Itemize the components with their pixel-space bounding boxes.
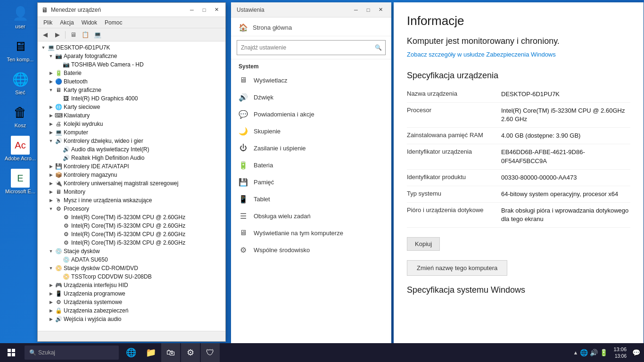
tree-item-cpu4[interactable]: ⚙ Intel(R) Core(TM) i5-3230M CPU @ 2.60G… (38, 239, 225, 247)
menu-akcja[interactable]: Akcja (56, 18, 77, 27)
tree-item-software-devices[interactable]: ▶ 📱 Urządzenia programowe (38, 289, 225, 298)
settings-nav-multitask[interactable]: ☰ Obsługa wielu zadań (231, 207, 391, 224)
tree-item-cameras[interactable]: ▼ 📷 Aparaty fotograficzne (38, 52, 225, 60)
sound-icon: 🔊 (55, 137, 62, 145)
settings-nav-shared[interactable]: ⚙ Wspólne środowisko (231, 241, 391, 258)
tree-item-audio-intel[interactable]: 🔊 Audio dla wyświetlaczy Intel(R) (38, 145, 225, 154)
tree-item-keyboards[interactable]: ▶ ⌨ Klawiatury (38, 111, 225, 120)
tree-item-audio-io[interactable]: ▶ 🔊 Wejścia i wyjścia audio (38, 315, 225, 323)
settings-nav-storage[interactable]: 💾 Pamięć (231, 173, 391, 190)
tree-item-adata[interactable]: 💿 ADATA SU650 (38, 255, 225, 264)
expander-sound: ▼ (47, 139, 55, 143)
settings-display-label: Wyświetlacz (254, 77, 287, 84)
desktop-icon-excel[interactable]: E Microsoft E... (4, 169, 37, 194)
tree-item-ide[interactable]: ▶ 💾 Kontrolery IDE ATA/ATAPI (38, 162, 225, 171)
tree-item-network-adapters[interactable]: ▶ 🌐 Karty sieciowe (38, 103, 225, 111)
taskbar-store-icon[interactable]: 🛍 (161, 343, 180, 362)
forward-button[interactable]: ▶ (52, 30, 63, 40)
taskbar-search-box[interactable]: 🔍 Szukaj (25, 346, 119, 360)
tree-item-intel-hd[interactable]: 🖼 Intel(R) HD Graphics 4000 (38, 94, 225, 103)
systray-network-icon[interactable]: 🌐 (580, 349, 588, 356)
settings-nav-sound[interactable]: 🔊 Dźwięk (231, 89, 391, 106)
shared-icon: ⚙ (239, 245, 248, 255)
settings-minimize[interactable]: ─ (351, 5, 361, 15)
tree-item-monitors[interactable]: ▶ 🖥 Monitory (38, 188, 225, 196)
tree-item-cpu3[interactable]: ⚙ Intel(R) Core(TM) i5-3230M CPU @ 2.60G… (38, 230, 225, 239)
settings-search-input[interactable] (237, 40, 386, 55)
desktop-icon-user[interactable]: 👤 user (4, 4, 37, 29)
menu-plik[interactable]: Plik (40, 18, 56, 27)
tree-item-cpu1[interactable]: ⚙ Intel(R) Core(TM) i5-3230M CPU @ 2.60G… (38, 213, 225, 222)
minimize-button[interactable]: ─ (187, 5, 197, 15)
settings-nav-tablet[interactable]: 📱 Tablet (231, 190, 391, 207)
tree-item-graphics[interactable]: ▼ 🖥 Karty graficzne (38, 86, 225, 94)
tree-item-tsst[interactable]: 📀 TSSTcorp CDDVDW SU-208DB (38, 272, 225, 281)
taskbar-edge-icon[interactable]: 🌐 (122, 343, 140, 362)
taskbar-time[interactable]: 13:06 13:06 (610, 346, 630, 359)
taskbar-security-icon[interactable]: 🛡 (201, 343, 220, 362)
settings-maximize[interactable]: □ (363, 5, 373, 15)
settings-close[interactable]: ✕ (375, 5, 386, 15)
cpu2-label: Intel(R) Core(TM) i5-3230M CPU @ 2.60GHz (71, 222, 185, 229)
realtek-icon: 🔊 (62, 154, 70, 162)
tree-item-cpu2[interactable]: ⚙ Intel(R) Core(TM) i5-3230M CPU @ 2.60G… (38, 222, 225, 230)
sound-settings-icon: 🔊 (239, 92, 248, 102)
tree-item-sound[interactable]: ▼ 🔊 Kontrolery dźwięku, wideo i gier (38, 137, 225, 145)
systray-sound-icon[interactable]: 🔊 (590, 349, 598, 356)
tree-item-usb[interactable]: ▶ 🔌 Kontrolery uniwersalnej magistrali s… (38, 179, 225, 188)
tree-item-cdrom[interactable]: ▼ 📀 Stacje dysków CD-ROM/DVD (38, 264, 225, 272)
settings-home-item[interactable]: 🏠 Strona główna (231, 17, 391, 36)
storage-settings-icon: 💾 (239, 177, 248, 187)
tree-item-realtek[interactable]: 🔊 Realtek High Definition Audio (38, 154, 225, 162)
processors-icon: ⚙ (55, 205, 62, 213)
settings-nav-battery[interactable]: 🔋 Bateria (231, 156, 391, 173)
close-button[interactable]: ✕ (211, 5, 222, 15)
tree-item-print-queues[interactable]: ▶ 🖨 Kolejki wydruku (38, 120, 225, 128)
tree-item-toshiba[interactable]: 📷 TOSHIBA Web Camera - HD (38, 60, 225, 69)
print-queues-icon: 🖨 (55, 120, 62, 128)
back-button[interactable]: ◀ (40, 30, 51, 40)
systray-notification-icon[interactable]: 💬 (632, 349, 640, 356)
device-manager-tree[interactable]: ▼ 💻 DESKTOP-6D1PU7K ▼ 📷 Aparaty fotograf… (38, 41, 225, 331)
settings-nav-projection[interactable]: 🖥 Wyświetlanie na tym komputerze (231, 224, 391, 241)
desktop-icon-recycle[interactable]: 🗑 Kosz (4, 103, 37, 128)
tree-item-computer[interactable]: ▶ 💻 Komputer (38, 128, 225, 137)
taskbar-explorer-icon[interactable]: 📁 (141, 343, 160, 362)
tree-item-drives[interactable]: ▼ 💿 Stacje dysków (38, 247, 225, 255)
systray-chevron[interactable]: ▲ (573, 350, 578, 355)
desktop-icon-computer[interactable]: 🖥 Ten komp... (4, 37, 37, 62)
menu-widok[interactable]: Widok (78, 18, 101, 27)
tree-item-root[interactable]: ▼ 💻 DESKTOP-6D1PU7K (38, 43, 225, 52)
start-button[interactable] (0, 343, 23, 362)
maximize-button[interactable]: □ (199, 5, 209, 15)
settings-nav-display[interactable]: 🖥 Wyświetlacz (231, 72, 391, 89)
tree-item-mouse[interactable]: ▶ 🖱 Mysz i inne urządzenia wskazujące (38, 196, 225, 205)
expander-storage: ▶ (47, 173, 55, 177)
device-manager-toolbar: ◀ ▶ 🖥 📋 💻 (38, 28, 225, 41)
spec-device-title: Specyfikacja urządzenia (407, 71, 630, 81)
copy-button[interactable]: Kopiuj (407, 237, 440, 251)
spec-row-system-type: Typ systemu 64-bitowy system operacyjny,… (407, 186, 630, 203)
tree-item-bluetooth[interactable]: ▶ 🔵 Bluetooth (38, 77, 225, 86)
desktop-icon-network[interactable]: 🌐 Sieć (4, 70, 37, 95)
settings-nav-notifications[interactable]: 💬 Powiadomienia i akcje (231, 106, 391, 123)
info-security-link[interactable]: Zobacz szczegóły w usłudze Zabezpieczeni… (407, 50, 630, 59)
tree-item-system-devices[interactable]: ▶ ⚙ Urządzenia systemowe (38, 298, 225, 306)
expander-network: ▶ (47, 105, 55, 109)
device-manager-icon-btn[interactable]: 🖥 (67, 30, 79, 40)
systray-battery-icon[interactable]: 🔋 (600, 349, 608, 356)
properties-btn[interactable]: 📋 (80, 30, 91, 40)
rename-button[interactable]: Zmień nazwę tego komputera (407, 260, 507, 276)
tree-item-hid[interactable]: ▶ 🎮 Urządzenia interfejsu HID (38, 281, 225, 289)
tree-item-security-devices[interactable]: ▶ 🔒 Urządzenia zabezpieczeń (38, 306, 225, 315)
tree-item-battery[interactable]: ▶ 🔋 Baterie (38, 69, 225, 77)
computer-btn[interactable]: 💻 (92, 30, 103, 40)
settings-nav-focus[interactable]: 🌙 Skupienie (231, 123, 391, 140)
window-controls: ─ □ ✕ (187, 5, 222, 15)
desktop-icon-adobe[interactable]: Ac Adobe Acro... (4, 136, 37, 161)
tree-item-storage[interactable]: ▶ 📦 Kontrolery magazynu (38, 171, 225, 179)
taskbar-settings-icon[interactable]: ⚙ (181, 343, 200, 362)
menu-pomoc[interactable]: Pomoc (101, 18, 126, 27)
settings-nav-power[interactable]: ⏻ Zasilanie i uśpienie (231, 140, 391, 156)
tree-item-processors[interactable]: ▼ ⚙ Procesory (38, 205, 225, 213)
